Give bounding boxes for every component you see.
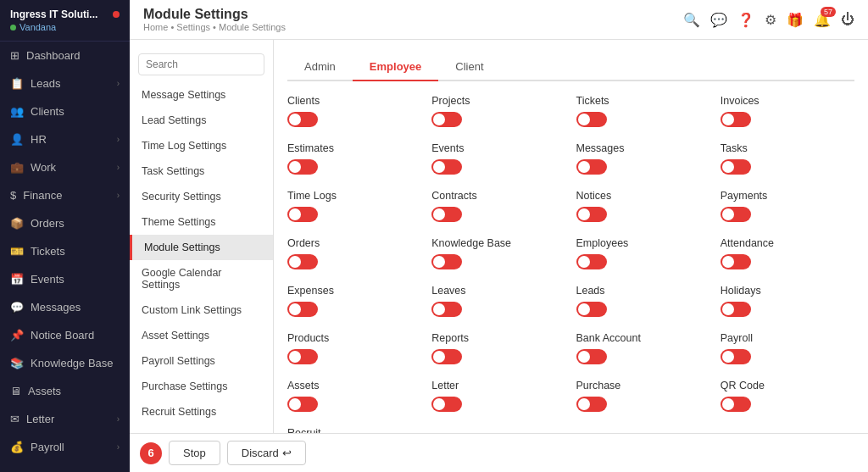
toggle-payments[interactable] bbox=[721, 207, 751, 222]
toggle-estimates[interactable] bbox=[287, 159, 318, 175]
module-bank-account: Bank Account bbox=[576, 332, 710, 364]
sidebar-item-tickets[interactable]: 🎫Tickets bbox=[0, 237, 130, 265]
module-contracts: Contracts bbox=[431, 190, 565, 222]
toggle-leaves[interactable] bbox=[431, 302, 462, 317]
settings-nav-task-settings[interactable]: Task Settings bbox=[130, 158, 273, 184]
settings-nav-recruit-settings[interactable]: Recruit Settings bbox=[130, 399, 273, 425]
chevron-icon: › bbox=[117, 79, 120, 88]
toggle-holidays[interactable] bbox=[721, 302, 751, 317]
settings-nav-theme-settings[interactable]: Theme Settings bbox=[130, 209, 273, 235]
toggle-messages[interactable] bbox=[576, 159, 607, 175]
discard-button[interactable]: Discard ↩ bbox=[227, 441, 306, 465]
toggle-invoices[interactable] bbox=[721, 112, 751, 127]
settings-nav-asset-settings[interactable]: Asset Settings bbox=[130, 323, 273, 348]
discard-label: Discard bbox=[242, 447, 279, 459]
toggle-notices[interactable] bbox=[576, 207, 607, 222]
arrow-icon: ↩ bbox=[282, 447, 292, 459]
tab-client[interactable]: Client bbox=[438, 53, 500, 80]
sidebar-item-events[interactable]: 📅Events bbox=[0, 265, 130, 293]
module-label: Notices bbox=[576, 190, 710, 202]
chevron-icon: › bbox=[117, 135, 120, 144]
sidebar-item-messages[interactable]: 💬Messages bbox=[0, 293, 130, 321]
toggle-knowledge-base[interactable] bbox=[431, 254, 462, 269]
toggle-orders[interactable] bbox=[287, 254, 318, 269]
toggle-expenses[interactable] bbox=[287, 302, 318, 317]
search-box bbox=[130, 47, 273, 82]
sidebar-item-payroll[interactable]: 💰Payroll › bbox=[0, 433, 130, 461]
toggle-employees[interactable] bbox=[576, 254, 607, 269]
sidebar-header: Ingress IT Soluti... Vandana bbox=[0, 0, 130, 42]
toggle-payroll[interactable] bbox=[721, 349, 751, 364]
settings-nav-time-log-settings[interactable]: Time Log Settings bbox=[130, 133, 273, 158]
settings-nav-purchase-settings[interactable]: Purchase Settings bbox=[130, 374, 273, 399]
step-badge: 6 bbox=[140, 442, 162, 464]
dashboard-icon: ⊞ bbox=[10, 49, 19, 62]
toggle-products[interactable] bbox=[287, 349, 318, 364]
sidebar-item-knowledge-base[interactable]: 📚Knowledge Base bbox=[0, 349, 130, 377]
toggle-purchase[interactable] bbox=[576, 397, 607, 412]
module-label: Estimates bbox=[287, 142, 421, 154]
module-qr-code: QR Code bbox=[721, 380, 854, 412]
module-label: QR Code bbox=[721, 380, 854, 391]
module-panel: Admin Employee Client Clients Projects T… bbox=[274, 40, 868, 433]
settings-nav-billing[interactable]: Billing bbox=[130, 425, 273, 433]
toggle-letter[interactable] bbox=[431, 397, 462, 412]
toggle-clients[interactable] bbox=[287, 112, 318, 127]
help-icon[interactable]: ❓ bbox=[737, 12, 754, 28]
tab-admin[interactable]: Admin bbox=[287, 53, 353, 80]
settings-nav-lead-settings[interactable]: Lead Settings bbox=[130, 108, 273, 133]
search-icon[interactable]: 🔍 bbox=[683, 12, 700, 28]
search-input[interactable] bbox=[138, 53, 264, 75]
toggle-attendance[interactable] bbox=[721, 254, 751, 269]
sidebar-item-clients[interactable]: 👥Clients bbox=[0, 97, 130, 125]
module-projects: Projects bbox=[431, 95, 565, 127]
power-icon[interactable]: ⏻ bbox=[841, 12, 854, 27]
sidebar-item-leads[interactable]: 📋Leads › bbox=[0, 69, 130, 97]
toggle-bank-account[interactable] bbox=[576, 349, 607, 364]
sidebar-item-orders[interactable]: 📦Orders bbox=[0, 209, 130, 237]
tab-employee[interactable]: Employee bbox=[353, 53, 438, 80]
module-grid: Clients Projects Tickets Invoices E bbox=[287, 95, 854, 433]
sidebar-item-work[interactable]: 💼Work › bbox=[0, 153, 130, 181]
settings-icon[interactable]: ⚙ bbox=[765, 12, 776, 28]
sidebar-item-notice-board[interactable]: 📌Notice Board bbox=[0, 321, 130, 349]
toggle-time-logs[interactable] bbox=[287, 207, 318, 222]
settings-nav-module-settings[interactable]: Module Settings bbox=[130, 235, 273, 260]
sidebar-item-hr[interactable]: 👤HR › bbox=[0, 125, 130, 153]
module-label: Purchase bbox=[576, 380, 710, 391]
settings-nav-google-calendar[interactable]: Google Calendar Settings bbox=[130, 260, 273, 297]
toggle-tasks[interactable] bbox=[721, 159, 751, 175]
module-label: Bank Account bbox=[576, 332, 710, 344]
notification-icon[interactable]: 🔔 57 bbox=[814, 12, 831, 28]
settings-nav-payroll-settings[interactable]: Payroll Settings bbox=[130, 348, 273, 374]
settings-nav-message-settings[interactable]: Message Settings bbox=[130, 82, 273, 108]
toggle-reports[interactable] bbox=[431, 349, 462, 364]
tickets-icon: 🎫 bbox=[10, 245, 24, 258]
notification-badge: 57 bbox=[821, 7, 836, 17]
module-holidays: Holidays bbox=[721, 285, 854, 317]
toggle-assets[interactable] bbox=[287, 397, 318, 412]
gift-icon[interactable]: 🎁 bbox=[787, 12, 804, 28]
stop-button[interactable]: Stop bbox=[169, 441, 220, 465]
sidebar-item-finance[interactable]: $Finance › bbox=[0, 181, 130, 209]
module-label: Projects bbox=[431, 95, 565, 107]
module-clients: Clients bbox=[287, 95, 421, 127]
settings-nav-custom-link[interactable]: Custom Link Settings bbox=[130, 297, 273, 323]
module-invoices: Invoices bbox=[721, 95, 854, 127]
module-label: Leads bbox=[576, 285, 710, 297]
main-content: Module Settings Home • Settings • Module… bbox=[130, 0, 868, 472]
toggle-qr-code[interactable] bbox=[721, 397, 751, 412]
chevron-icon: › bbox=[117, 442, 120, 452]
sidebar-item-assets[interactable]: 🖥Assets bbox=[0, 377, 130, 405]
settings-nav-security-settings[interactable]: Security Settings bbox=[130, 184, 273, 209]
toggle-contracts[interactable] bbox=[431, 207, 462, 222]
module-time-logs: Time Logs bbox=[287, 190, 421, 222]
toggle-events[interactable] bbox=[431, 159, 462, 175]
toggle-leads[interactable] bbox=[576, 302, 607, 317]
toggle-tickets[interactable] bbox=[576, 112, 607, 127]
chat-icon[interactable]: 💬 bbox=[710, 12, 727, 28]
sidebar-item-letter[interactable]: ✉Letter › bbox=[0, 405, 130, 433]
module-label: Tasks bbox=[721, 142, 854, 154]
sidebar-item-dashboard[interactable]: ⊞Dashboard bbox=[0, 42, 130, 69]
toggle-projects[interactable] bbox=[431, 112, 462, 127]
